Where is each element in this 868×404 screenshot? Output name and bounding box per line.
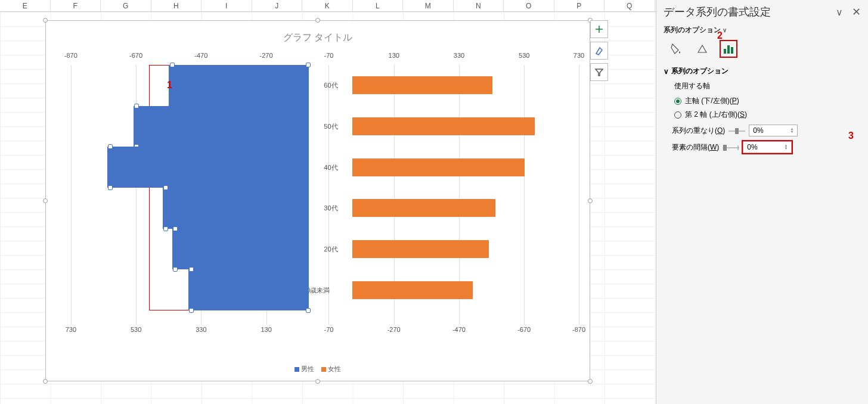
category-label: 40代 [308,163,338,172]
gap-width-input[interactable]: 0%▲▼ [743,141,792,153]
panel-title: データ系列の書式設定 ∨ ✕ [664,5,861,19]
axis-tick: 130 [389,52,399,59]
svg-rect-6 [735,128,739,134]
bar-female[interactable] [352,76,492,94]
radio-icon [674,98,681,105]
format-pane: データ系列の書式設定 ∨ ✕ 系列のオプション ∨ 2 ∨ 系列のオプション 使… [656,0,868,404]
axis-tick: 330 [454,52,464,59]
svg-rect-2 [724,49,726,54]
close-icon[interactable]: ✕ [852,6,861,18]
col-header[interactable]: K [302,0,353,11]
bar-male[interactable] [172,229,309,270]
svg-rect-4 [731,47,733,54]
radio-icon [674,111,681,119]
axis-tick: -270 [388,326,401,333]
axis-tick: -670 [517,326,531,333]
axis-label: 使用する軸 [674,81,861,91]
bar-female[interactable] [352,240,489,258]
bottom-x-axis[interactable]: 730 530 330 130 -70 -270 -470 -670 -870 [58,326,579,338]
gap-width-label: 要素の間隔(W) [672,142,719,153]
axis-tick: -670 [129,52,142,59]
top-x-axis[interactable]: -870 -670 -470 -270 -70 130 330 530 730 [58,52,579,64]
col-header[interactable]: F [51,0,101,11]
col-header[interactable]: I [202,0,252,11]
spreadsheet-area: E F G H I J K L M N O P Q グラフ タイトル -870 … [0,0,656,404]
axis-tick: 530 [131,326,141,333]
chart-filters-button[interactable] [590,63,608,81]
fill-line-icon[interactable] [668,41,684,57]
bar-male[interactable] [188,269,309,310]
col-header[interactable]: O [504,0,554,11]
annotation-3: 3 [848,130,854,141]
series-overlap-label: 系列の重なり(O) [672,126,725,136]
col-header[interactable]: H [151,0,202,11]
category-label: 30代 [308,204,338,213]
bar-female[interactable] [352,281,473,299]
section-series-options[interactable]: ∨ 系列のオプション [664,66,861,76]
overlap-slider[interactable] [728,128,745,133]
primary-axis-radio[interactable]: 主軸 (下/左側)(P) [674,96,861,106]
resize-handle[interactable] [588,379,593,384]
bars-zone: 60代 50代 40代 [58,65,579,325]
chart-title[interactable]: グラフ タイトル [46,21,590,44]
legend-label-female: 女性 [328,365,341,372]
chevron-down-icon: ∨ [664,67,669,76]
resize-handle[interactable] [588,198,593,203]
axis-tick: 730 [574,52,584,59]
overlap-input[interactable]: 0%▲▼ [749,125,798,136]
svg-rect-3 [727,45,730,54]
annotation-1: 1 [167,80,172,91]
col-header[interactable]: J [252,0,303,11]
bar-female[interactable] [352,199,495,217]
column-headers: E F G H I J K L M N O P Q [0,0,656,12]
axis-tick: -270 [260,52,273,59]
bar-male[interactable] [107,147,309,188]
resize-handle[interactable] [43,198,48,203]
resize-handle[interactable] [43,18,48,23]
svg-rect-10 [723,145,727,151]
legend-swatch-male [294,367,299,372]
col-header[interactable]: N [454,0,504,11]
resize-handle[interactable] [315,379,320,384]
chart-styles-button[interactable] [590,42,608,60]
chart-elements-button[interactable] [590,20,608,38]
category-label: 50代 [308,122,338,130]
category-label: 20代 [308,244,338,253]
axis-tick: 730 [66,326,76,333]
col-header[interactable]: M [403,0,454,11]
col-header[interactable]: G [101,0,151,11]
legend-swatch-female [321,367,326,372]
axis-tick: -870 [64,52,78,59]
gap-slider[interactable] [723,144,739,150]
axis-tick: -470 [452,326,466,333]
resize-handle[interactable] [43,379,48,384]
axis-tick: 330 [196,326,206,333]
bar-male[interactable] [169,65,309,106]
chart-side-tools [590,20,609,85]
bar-male[interactable] [163,188,309,229]
series-options-icon[interactable] [721,41,736,57]
collapse-icon[interactable]: ∨ [836,7,843,17]
chart-legend[interactable]: 男性 女性 [46,365,590,374]
bar-female[interactable] [352,117,535,135]
legend-label-male: 男性 [301,365,314,372]
chart-object[interactable]: グラフ タイトル -870 -670 -470 -270 -70 130 330… [45,20,590,381]
col-header[interactable]: P [554,0,605,11]
axis-tick: 530 [519,52,529,59]
col-header[interactable]: Q [604,0,655,11]
axis-tick: -70 [324,52,334,59]
effects-icon[interactable] [695,41,710,57]
bar-female[interactable] [352,159,525,176]
axis-tick: -870 [572,326,585,333]
plot-area[interactable]: -870 -670 -470 -270 -70 130 330 530 730 [58,52,579,338]
secondary-axis-radio[interactable]: 第 2 軸 (上/右側)(S) [674,110,861,120]
axis-tick: -470 [194,52,207,59]
col-header[interactable]: L [353,0,404,11]
col-header[interactable]: E [0,0,51,11]
axis-tick: -70 [324,326,334,333]
category-label: 60代 [308,81,338,90]
axis-tick: 130 [261,326,271,333]
annotation-2: 2 [717,30,723,41]
resize-handle[interactable] [315,18,320,23]
bar-male[interactable] [134,106,309,147]
